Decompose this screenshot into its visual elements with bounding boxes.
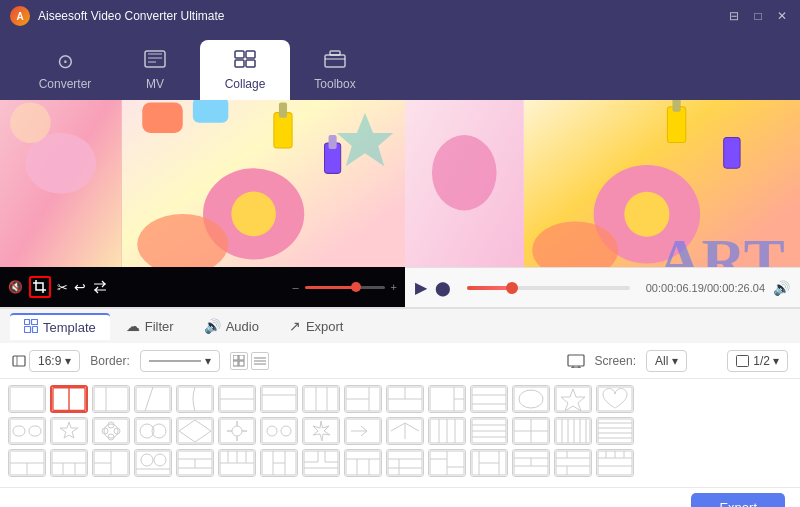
template-3split-h[interactable] (470, 385, 508, 413)
template-2split-h-uneven[interactable] (260, 385, 298, 413)
template-4split-v[interactable] (428, 417, 466, 445)
template-r3-4[interactable] (134, 449, 172, 477)
template-diamond[interactable] (176, 417, 214, 445)
volume-mute-icon[interactable]: 🔇 (8, 280, 23, 294)
template-r3-13[interactable] (512, 449, 550, 477)
template-r3-15[interactable] (596, 449, 634, 477)
template-2split-v[interactable] (50, 385, 88, 413)
tab-mv[interactable]: MV (110, 40, 200, 100)
playback-volume-icon[interactable]: 🔊 (773, 280, 790, 296)
border-chevron-icon: ▾ (205, 354, 211, 368)
subtab-export[interactable]: ↗ Export (275, 314, 358, 338)
template-flower[interactable] (92, 417, 130, 445)
template-2split-uneven[interactable] (92, 385, 130, 413)
template-gear[interactable] (218, 417, 256, 445)
template-curved[interactable] (176, 385, 214, 413)
template-r3-8[interactable] (302, 449, 340, 477)
svg-point-13 (231, 192, 276, 237)
tab-toolbox[interactable]: Toolbox (290, 40, 380, 100)
progress-thumb (506, 282, 518, 294)
screen-select[interactable]: All ▾ (646, 350, 687, 372)
template-r3-9[interactable] (344, 449, 382, 477)
template-L2[interactable] (386, 385, 424, 413)
template-arrow[interactable] (344, 417, 382, 445)
svg-rect-50 (10, 387, 44, 411)
stop-button[interactable]: ⬤ (435, 280, 451, 296)
minimize-icon[interactable]: ⊟ (726, 8, 742, 24)
svg-rect-2 (246, 51, 255, 58)
svg-point-78 (519, 390, 543, 408)
svg-rect-28 (672, 100, 680, 112)
progress-fill (467, 286, 508, 290)
display-chevron-icon: ▾ (773, 354, 779, 368)
close-icon[interactable]: ✕ (774, 8, 790, 24)
template-2split-h[interactable] (218, 385, 256, 413)
template-diagonal[interactable] (134, 385, 172, 413)
play-button[interactable]: ▶ (415, 278, 427, 297)
template-r3-10[interactable] (386, 449, 424, 477)
tab-converter[interactable]: ⊙ Converter (20, 40, 110, 100)
template-r3-1[interactable] (8, 449, 46, 477)
undo-icon[interactable]: ↩ (74, 279, 86, 295)
svg-point-91 (108, 434, 114, 440)
export-button[interactable]: Export (691, 493, 785, 507)
ratio-select[interactable]: 16:9 ▾ (29, 350, 80, 372)
progress-bar[interactable] (467, 286, 630, 290)
template-2x2[interactable] (512, 417, 550, 445)
template-r3-3[interactable] (92, 449, 130, 477)
template-lines-h[interactable] (596, 417, 634, 445)
tab-collage[interactable]: Collage (200, 40, 290, 100)
stripe-pattern-icon[interactable] (251, 352, 269, 370)
nav-tabs: ⊙ Converter MV Collage (0, 32, 800, 100)
svg-rect-79 (556, 387, 590, 411)
svg-point-99 (232, 426, 242, 436)
template-r3-7[interactable] (260, 449, 298, 477)
template-L1[interactable] (344, 385, 382, 413)
volume-slider[interactable] (305, 286, 385, 289)
template-r3-5[interactable] (176, 449, 214, 477)
svg-text:ART: ART (657, 226, 785, 267)
app-title: Aiseesoft Video Converter Ultimate (38, 9, 726, 23)
template-3split-v[interactable] (302, 385, 340, 413)
svg-point-106 (281, 426, 291, 436)
video-controls: 🔇 ✂ ↩ – + (0, 267, 405, 307)
template-star2[interactable] (50, 417, 88, 445)
template-small-circles[interactable] (260, 417, 298, 445)
crop-icon[interactable] (29, 276, 51, 298)
svg-rect-18 (142, 103, 183, 133)
svg-point-23 (432, 135, 497, 210)
template-r3-12[interactable] (470, 449, 508, 477)
template-r3-2[interactable] (50, 449, 88, 477)
template-chain[interactable] (8, 417, 46, 445)
svg-marker-86 (60, 422, 78, 438)
swap-icon[interactable] (92, 279, 108, 295)
subtab-template[interactable]: Template (10, 313, 110, 340)
template-heart[interactable] (596, 385, 634, 413)
svg-rect-32 (25, 319, 30, 324)
border-select[interactable]: ▾ (140, 350, 220, 372)
template-star[interactable] (554, 385, 592, 413)
svg-rect-62 (304, 387, 338, 411)
display-select[interactable]: 1/2 ▾ (727, 350, 788, 372)
template-bigsmall[interactable] (428, 385, 466, 413)
subtab-filter[interactable]: ☁ Filter (112, 314, 188, 338)
svg-point-90 (114, 428, 120, 434)
template-r3-11[interactable] (428, 449, 466, 477)
grid-pattern-icon[interactable] (230, 352, 248, 370)
template-starburst[interactable] (302, 417, 340, 445)
template-r3-6[interactable] (218, 449, 256, 477)
audio-icon: 🔊 (204, 318, 221, 334)
restore-icon[interactable]: □ (750, 8, 766, 24)
scissors-icon[interactable]: ✂ (57, 280, 68, 295)
template-oval[interactable] (512, 385, 550, 413)
template-lines-v[interactable] (554, 417, 592, 445)
template-r3-14[interactable] (554, 449, 592, 477)
template-double-circle[interactable] (134, 417, 172, 445)
svg-rect-160 (304, 451, 338, 475)
right-panel-narrow (405, 100, 524, 267)
svg-rect-60 (262, 387, 296, 411)
template-single[interactable] (8, 385, 46, 413)
template-4split-h[interactable] (470, 417, 508, 445)
subtab-audio[interactable]: 🔊 Audio (190, 314, 273, 338)
template-arrow-split[interactable] (386, 417, 424, 445)
